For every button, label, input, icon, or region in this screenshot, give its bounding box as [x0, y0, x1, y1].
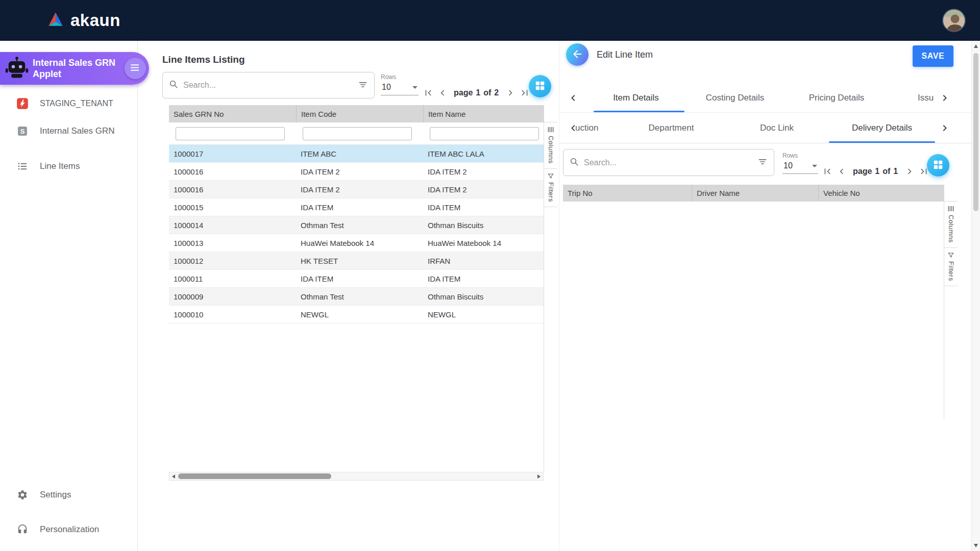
next-page-button[interactable] [903, 165, 916, 178]
cell-sales-grn-no: 1000017 [169, 149, 296, 158]
table-row[interactable]: 1000017 ITEM ABC ITEM ABC LALA [169, 145, 544, 163]
total-pages: 2 [494, 88, 499, 97]
save-button[interactable]: SAVE [913, 45, 953, 67]
sidebar-item-personalization[interactable]: Personalization [0, 517, 137, 542]
filter-list-icon [757, 157, 768, 168]
back-arrow-icon [571, 48, 583, 62]
detail-tabbar-secondary: uction Department Doc Link Delivery Deta… [559, 113, 971, 143]
table-row[interactable]: 1000012 HK TESET IRFAN [169, 252, 544, 270]
tabs-scroll-right-button[interactable] [938, 91, 951, 105]
table-row[interactable]: 1000013 HuaWei Matebook 14 HuaWei Matebo… [169, 234, 544, 252]
applet-s-icon: S [15, 125, 30, 137]
cell-sales-grn-no: 1000009 [169, 292, 296, 301]
filter-input-item-name[interactable] [430, 127, 539, 140]
delivery-grid-view-button[interactable] [927, 154, 949, 177]
scroll-right-arrow[interactable] [535, 472, 543, 480]
robot-icon [4, 55, 30, 84]
rows-label: Rows [782, 152, 818, 159]
tabs-scroll-left-button[interactable] [567, 91, 580, 105]
columns-vertical-tab[interactable]: Columns [944, 202, 958, 248]
columns-icon [547, 126, 555, 133]
first-page-button[interactable] [422, 87, 434, 99]
cell-item-name: ITEM ABC LALA [423, 149, 544, 158]
filters-vertical-tab[interactable]: Filters [544, 169, 557, 207]
column-header-sales-grn-no[interactable]: Sales GRN No [169, 105, 296, 122]
prev-page-button[interactable] [436, 87, 449, 99]
table-row[interactable]: 1000016 IDA ITEM 2 IDA ITEM 2 [169, 181, 544, 198]
vertical-scrollbar-thumb[interactable] [973, 53, 978, 211]
cell-item-name: Othman Biscuits [423, 221, 544, 230]
tab-costing-details[interactable]: Costing Details [706, 93, 764, 103]
sidebar-item-internal-sales-grn[interactable]: S Internal Sales GRN [0, 119, 137, 143]
scroll-left-arrow[interactable] [169, 472, 178, 480]
delivery-rows-select[interactable]: 10 [782, 160, 818, 174]
scroll-down-arrow[interactable] [974, 544, 978, 547]
subtab-production-clipped[interactable]: uction [575, 123, 598, 133]
applet-banner: Internal Sales GRN Applet [0, 52, 149, 85]
next-page-button[interactable] [504, 87, 517, 99]
page-vertical-scrollbar[interactable] [971, 41, 980, 551]
applet-title: Internal Sales GRN Applet [33, 57, 118, 80]
cell-item-code: NEWGL [296, 310, 423, 319]
table-row[interactable]: 1000014 Othman Test Othman Biscuits [169, 216, 544, 234]
svg-text:S: S [20, 128, 25, 135]
sidebar-item-label: Personalization [40, 524, 99, 535]
subtab-delivery-details[interactable]: Delivery Details [852, 123, 912, 133]
listing-horizontal-scrollbar[interactable] [169, 472, 544, 481]
total-pages: 1 [893, 167, 898, 176]
cell-item-code: HuaWei Matebook 14 [296, 239, 423, 247]
table-row[interactable]: 1000010 NEWGL NEWGL [169, 306, 544, 323]
filter-list-icon [358, 80, 368, 91]
subtab-department[interactable]: Department [649, 123, 694, 133]
rows-value: 10 [783, 161, 793, 170]
columns-vertical-tab[interactable]: Columns [544, 122, 557, 169]
user-avatar[interactable] [942, 9, 966, 32]
subtabs-scroll-right-button[interactable] [938, 121, 951, 135]
tab-pricing-details[interactable]: Pricing Details [809, 93, 865, 103]
cell-sales-grn-no: 1000013 [169, 239, 296, 247]
table-row[interactable]: 1000016 IDA ITEM 2 IDA ITEM 2 [169, 163, 544, 181]
delivery-filter-button[interactable] [757, 157, 768, 168]
cell-item-code: Othman Test [296, 221, 423, 230]
filter-input-sales-grn-no[interactable] [176, 127, 285, 140]
table-row[interactable]: 1000011 IDA ITEM IDA ITEM [169, 270, 544, 288]
search-icon [570, 157, 579, 168]
column-header-driver-name[interactable]: Driver Name [692, 185, 818, 202]
table-row[interactable]: 1000009 Othman Test Othman Biscuits [169, 288, 544, 306]
delivery-search-input[interactable] [584, 158, 752, 167]
rows-value: 10 [382, 83, 391, 92]
page-word: page [454, 88, 473, 97]
sidebar-item-line-items[interactable]: Line Items [0, 154, 137, 179]
column-header-trip-no[interactable]: Trip No [563, 185, 692, 202]
tenant-logo-icon [15, 97, 30, 110]
cell-item-name: IRFAN [423, 257, 544, 265]
tab-item-details[interactable]: Item Details [613, 93, 659, 103]
cell-sales-grn-no: 1000014 [169, 221, 296, 230]
table-row[interactable]: 1000015 IDA ITEM IDA ITEM [169, 198, 544, 216]
filter-input-item-code[interactable] [303, 127, 412, 140]
listing-rows-select[interactable]: 10 [381, 82, 419, 95]
column-header-item-code[interactable]: Item Code [296, 105, 423, 122]
subtab-doc-link[interactable]: Doc Link [760, 123, 794, 133]
prev-page-button[interactable] [835, 165, 848, 178]
filters-tab-label: Filters [947, 261, 955, 281]
tab-issuance-clipped[interactable]: Issu [918, 93, 934, 103]
sidebar-item-tenant[interactable]: STAGING_TENANT [0, 91, 137, 116]
sidebar-collapse-button[interactable] [125, 58, 146, 79]
detail-tabbar-primary: Item Details Costing Details Pricing Det… [559, 84, 971, 113]
column-header-item-name[interactable]: Item Name [423, 105, 544, 122]
column-header-vehicle-no[interactable]: Vehicle No [818, 185, 944, 202]
edit-line-item-panel: Edit Line Item SAVE Item Details Costing… [559, 41, 971, 551]
listing-filter-button[interactable] [358, 80, 368, 91]
horizontal-scrollbar-thumb[interactable] [178, 473, 331, 479]
scroll-up-arrow[interactable] [974, 44, 978, 48]
detail-title: Edit Line Item [597, 49, 653, 60]
listing-search-input[interactable] [183, 81, 353, 90]
filters-vertical-tab[interactable]: Filters [944, 248, 958, 286]
back-button[interactable] [566, 43, 589, 66]
cell-item-code: ITEM ABC [296, 149, 423, 158]
sidebar-item-settings[interactable]: Settings [0, 483, 137, 507]
page-title: Line Items Listing [162, 54, 245, 65]
first-page-button[interactable] [821, 165, 834, 178]
listing-grid-view-button[interactable] [529, 75, 551, 97]
